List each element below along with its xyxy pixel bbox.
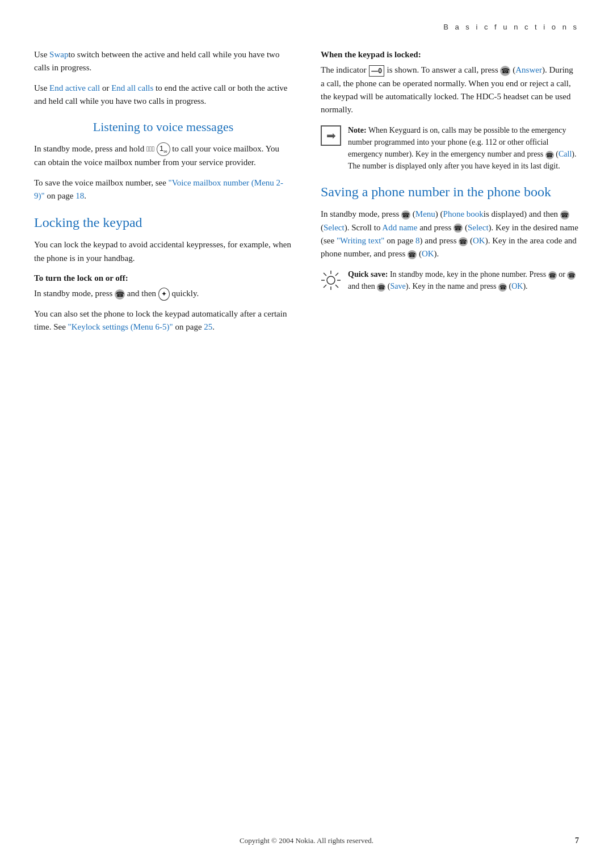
voicemail-button-icon: 1∞ [157, 142, 170, 157]
note-icon: ➡ [321, 125, 341, 146]
call-link[interactable]: Call [559, 150, 572, 158]
footer-page-number: 7 [575, 836, 579, 845]
svg-line-5 [324, 273, 326, 276]
main-content: Use Swapto switch between the active and… [34, 48, 579, 340]
note-text-content: Note: When Keyguard is on, calls may be … [348, 124, 579, 172]
select2-icon: ☎ [454, 224, 463, 233]
end-all-link[interactable]: End all calls [111, 83, 153, 92]
svg-line-6 [335, 285, 338, 288]
left-column: Use Swapto switch between the active and… [34, 48, 292, 340]
qs-icon1: ☎ [548, 271, 557, 280]
qs-icon2: ☎ [567, 271, 576, 280]
svg-point-0 [327, 276, 335, 284]
footer-copyright: Copyright © 2004 Nokia. All rights reser… [240, 836, 373, 845]
ok2-link[interactable]: OK [422, 249, 434, 258]
select1-icon: ☎ [560, 210, 569, 220]
select1-link[interactable]: Select [324, 223, 345, 232]
ok2-icon: ☎ [408, 250, 417, 259]
swap-link[interactable]: Swap [49, 50, 68, 59]
ok1-icon: ☎ [459, 237, 468, 246]
quick-save-icon [321, 270, 341, 293]
answer-link[interactable]: Answer [515, 65, 542, 74]
add-name-link[interactable]: Add name [382, 223, 417, 232]
qs-ok-icon: ☎ [498, 283, 507, 292]
emergency-call-icon: ☎ [545, 151, 554, 159]
indicator-icon: —0 [369, 65, 384, 77]
turn-lock-para: To turn the lock on or off: In standby m… [34, 272, 292, 301]
qs-save-icon: ☎ [377, 283, 385, 292]
note-bold: Note: [348, 126, 367, 134]
intro-para2: Use End active call or End all calls to … [34, 82, 292, 108]
turn-lock-label: To turn the lock on or off: [34, 272, 292, 285]
keypad-para1: You can lock the keypad to avoid acciden… [34, 238, 292, 265]
writing-page: 8 [415, 236, 420, 245]
keypad-para2: You can also set the phone to lock the k… [34, 307, 292, 334]
quick-save-bold: Quick save: [348, 270, 388, 279]
when-locked-section: When the keypad is locked: The indicator… [321, 48, 579, 116]
ok1-link[interactable]: OK [473, 236, 485, 245]
star-key-icon: ✦ [158, 288, 170, 301]
voicemail-icon: ⓘ̲͞ [146, 144, 154, 155]
keylock-link[interactable]: "Keylock settings (Menu 6-5)" [68, 322, 173, 331]
voice-para1: In standby mode, press and hold ⓘ̲͞ 1∞ t… [34, 142, 292, 170]
keypad-section-title: Locking the keypad [34, 214, 292, 231]
phone-book-link[interactable]: Phone book [443, 209, 484, 218]
save-phone-title: Saving a phone number in the phone book [321, 183, 579, 201]
note-box: ➡ Note: When Keyguard is on, calls may b… [321, 124, 579, 172]
svg-line-7 [335, 273, 338, 276]
menu-link[interactable]: Menu [415, 209, 435, 218]
keypad-page: 25 [204, 322, 212, 331]
voice-para2: To save the voice mailbox number, see "V… [34, 176, 292, 203]
menu-call-icon: ☎ [401, 210, 410, 220]
save-phone-para: In standby mode, press ☎ (Menu) (Phone b… [321, 208, 579, 260]
voice-page: 18 [75, 191, 84, 200]
header-label: B a s i c f u n c t i o n s [443, 23, 579, 31]
select2-link[interactable]: Select [468, 223, 489, 232]
writing-link[interactable]: "Writing text" [337, 236, 385, 245]
right-column: When the keypad is locked: The indicator… [321, 48, 579, 340]
intro-para1: Use Swapto switch between the active and… [34, 48, 292, 75]
quick-save-link[interactable]: Save [391, 282, 406, 290]
end-active-link[interactable]: End active call [49, 83, 100, 92]
page-header: B a s i c f u n c t i o n s [34, 23, 579, 31]
footer: Copyright © 2004 Nokia. All rights reser… [0, 836, 613, 845]
call-icon: ☎ [115, 289, 125, 300]
quick-save-box: Quick save: In standby mode, key in the … [321, 268, 579, 293]
svg-line-8 [324, 285, 326, 288]
quick-save-text: Quick save: In standby mode, key in the … [348, 268, 579, 292]
quick-save-ok-link[interactable]: OK [511, 282, 523, 290]
voice-section-title: Listening to voice messages [34, 119, 292, 136]
answer-call-icon: ☎ [500, 66, 510, 76]
when-locked-label: When the keypad is locked: [321, 48, 579, 61]
